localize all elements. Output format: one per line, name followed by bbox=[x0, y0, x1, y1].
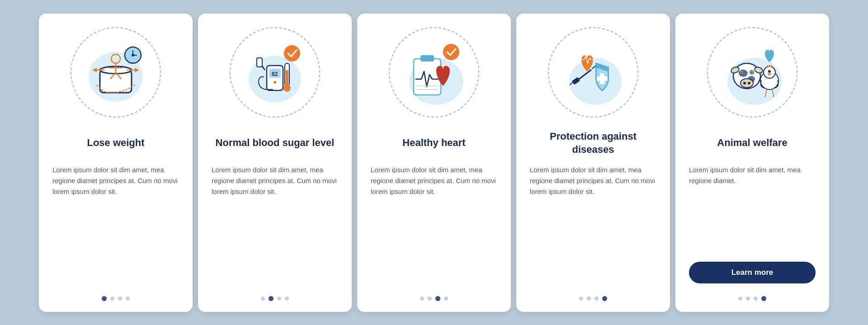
svg-rect-26 bbox=[286, 70, 288, 86]
blood-sugar-icon: 82 bbox=[239, 36, 311, 108]
icon-circle-lose-weight bbox=[71, 27, 161, 118]
card-body-blood-sugar: Lorem ipsum dolor sit dim amet, mea regi… bbox=[212, 165, 338, 280]
dot-3 bbox=[754, 297, 758, 301]
card-protection: Protection against diseases Lorem ipsum … bbox=[516, 14, 670, 312]
svg-text:82: 82 bbox=[272, 71, 278, 77]
dot-4 bbox=[602, 296, 607, 301]
svg-point-56 bbox=[768, 70, 771, 73]
card-title-blood-sugar: Normal blood sugar level bbox=[216, 130, 335, 156]
dot-1 bbox=[102, 296, 107, 301]
dot-1 bbox=[261, 297, 265, 301]
icon-circle-animal-welfare bbox=[707, 27, 797, 118]
svg-point-21 bbox=[274, 81, 276, 84]
learn-more-button[interactable]: Learn more bbox=[689, 262, 816, 283]
dot-2 bbox=[746, 297, 750, 301]
dot-4 bbox=[444, 297, 448, 301]
card-lose-weight: Lose weight Lorem ipsum dolor sit dim am… bbox=[39, 14, 193, 312]
cards-container: Lose weight Lorem ipsum dolor sit dim am… bbox=[0, 0, 868, 325]
card-healthy-heart: Healthy heart Lorem ipsum dolor sit dim … bbox=[357, 14, 511, 312]
dot-1 bbox=[738, 297, 742, 301]
svg-point-48 bbox=[748, 82, 750, 85]
card-body-animal-welfare: Lorem ipsum dolor sit dim amet, mea regi… bbox=[689, 165, 816, 249]
card-body-lose-weight: Lorem ipsum dolor sit dim amet, mea regi… bbox=[52, 165, 179, 280]
animal-welfare-icon bbox=[716, 36, 788, 108]
dot-2 bbox=[269, 296, 274, 301]
dot-2 bbox=[110, 297, 114, 301]
card-title-lose-weight: Lose weight bbox=[87, 130, 144, 156]
dot-2 bbox=[428, 297, 432, 301]
dots-lose-weight bbox=[102, 292, 130, 301]
healthy-heart-icon bbox=[398, 36, 470, 108]
svg-rect-30 bbox=[420, 55, 434, 61]
dots-protection bbox=[579, 292, 607, 301]
dot-4 bbox=[126, 297, 130, 301]
dot-3 bbox=[594, 297, 599, 301]
icon-circle-healthy-heart bbox=[389, 27, 479, 118]
svg-point-47 bbox=[743, 82, 746, 85]
dot-3 bbox=[277, 297, 281, 301]
card-title-animal-welfare: Animal welfare bbox=[717, 130, 787, 156]
svg-point-17 bbox=[284, 45, 300, 61]
dot-3 bbox=[435, 296, 440, 301]
dots-healthy-heart bbox=[420, 292, 448, 301]
card-animal-welfare: Animal welfare Lorem ipsum dolor sit dim… bbox=[675, 14, 829, 312]
dot-4 bbox=[285, 297, 289, 301]
card-blood-sugar: 82 Normal blood sugar level Lorem ipsum … bbox=[198, 14, 352, 312]
svg-rect-23 bbox=[257, 58, 262, 67]
icon-circle-blood-sugar: 82 bbox=[230, 27, 320, 118]
dots-blood-sugar bbox=[261, 292, 289, 301]
dot-1 bbox=[420, 297, 424, 301]
dot-2 bbox=[587, 297, 591, 301]
svg-rect-35 bbox=[597, 76, 608, 81]
card-title-protection: Protection against diseases bbox=[530, 130, 656, 156]
protection-icon bbox=[557, 36, 629, 108]
svg-point-52 bbox=[751, 71, 753, 73]
icon-circle-protection bbox=[548, 27, 638, 118]
lose-weight-icon bbox=[80, 36, 152, 108]
svg-point-46 bbox=[741, 79, 753, 88]
svg-point-28 bbox=[443, 44, 459, 60]
dot-4 bbox=[761, 296, 766, 301]
dot-3 bbox=[118, 297, 122, 301]
card-title-healthy-heart: Healthy heart bbox=[402, 130, 465, 156]
dot-1 bbox=[579, 297, 583, 301]
svg-point-51 bbox=[741, 71, 743, 73]
card-body-protection: Lorem ipsum dolor sit dim amet, mea regi… bbox=[530, 165, 656, 280]
card-body-healthy-heart: Lorem ipsum dolor sit dim amet, mea regi… bbox=[371, 165, 497, 280]
dots-animal-welfare bbox=[738, 292, 766, 301]
